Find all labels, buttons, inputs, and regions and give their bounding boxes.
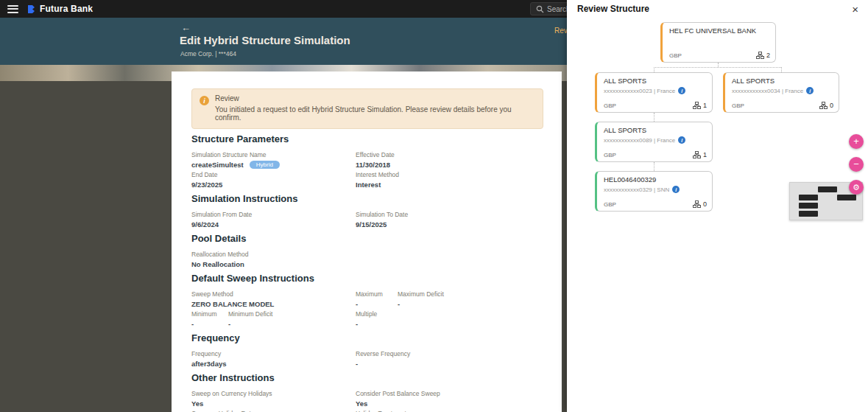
field-label: Sweep Method — [191, 290, 356, 298]
tree-connector — [654, 113, 654, 122]
review-alert: i Review You initiated a request to edit… — [191, 88, 543, 129]
field-row: Sweep Method ZERO BALANCE MODEL Maximum … — [191, 290, 543, 308]
children-count-text: 1 — [703, 102, 707, 109]
field-effective-date: Effective Date 11/30/2018 — [356, 151, 395, 169]
node-account-text: xxxxxxxxxxxx0023 | France — [604, 88, 675, 94]
field-value: - — [356, 360, 410, 368]
node-currency: GBP — [604, 201, 616, 208]
field-label: Simulation From Date — [191, 211, 356, 218]
field-row: End Date 9/23/2025 Interest Method Inter… — [191, 171, 543, 189]
field-label: Minimum Deficit — [228, 310, 356, 318]
field-label: Multiple — [356, 310, 377, 318]
field-value: Yes — [191, 399, 356, 408]
node-footer: GBP 1 — [604, 102, 707, 109]
field-maximum-deficit: Maximum Deficit - — [398, 290, 444, 308]
field-label: Minimum — [191, 310, 228, 318]
field-value: 11/30/2018 — [356, 161, 395, 169]
node-account-text: xxxxxxxxxxxx0329 | SNN — [604, 186, 669, 193]
field-simulation-from-date: Simulation From Date 9/6/2024 — [191, 211, 356, 228]
field-row: Sweep on Currency Holidays Yes Consider … — [191, 390, 543, 408]
node-name: HEL0046400329 — [604, 175, 707, 184]
menu-icon[interactable] — [7, 5, 18, 13]
children-count-text: 2 — [766, 52, 770, 59]
info-icon[interactable]: i — [678, 87, 685, 94]
info-icon[interactable]: i — [672, 186, 680, 193]
info-icon[interactable]: i — [678, 136, 685, 144]
minimap-node — [799, 203, 818, 209]
alert-info-icon: i — [200, 96, 209, 105]
field-simulation-to-date: Simulation To Date 9/15/2025 — [356, 211, 408, 228]
hierarchy-icon — [819, 102, 828, 109]
tree-node-root[interactable]: HEL FC UNIVERSAL BANK GBP 2 — [660, 22, 776, 63]
zoom-out-button[interactable]: − — [849, 157, 864, 172]
node-children-count: 0 — [819, 102, 833, 109]
brand-name: Futura Bank — [40, 4, 93, 14]
field-reverse-frequency: Reverse Frequency - — [356, 350, 410, 368]
futura-bank-logo-icon — [27, 4, 36, 14]
tree-node-all-sports-0034[interactable]: ALL SPORTS xxxxxxxxxxxx0034 | France i G… — [723, 72, 839, 113]
field-row: Simulation Structure Name createSimultes… — [191, 151, 543, 169]
field-simulation-structure-name: Simulation Structure Name createSimultes… — [191, 151, 356, 169]
node-children-count: 1 — [693, 102, 707, 109]
field-end-date: End Date 9/23/2025 — [191, 171, 356, 189]
hierarchy-icon — [756, 52, 764, 59]
field-value: ZERO BALANCE MODEL — [191, 300, 356, 308]
section-title-default-sweep-instructions: Default Sweep Instructions — [191, 273, 543, 284]
node-account-text: xxxxxxxxxxxx0089 | France — [604, 137, 675, 144]
field-row: Simulation From Date 9/6/2024 Simulation… — [191, 211, 543, 228]
tree-node-all-sports-0089[interactable]: ALL SPORTS xxxxxxxxxxxx0089 | France i G… — [595, 122, 713, 162]
node-currency: GBP — [732, 102, 744, 109]
field-label: Sweep on Currency Holidays — [191, 390, 356, 397]
field-value: - — [398, 300, 444, 308]
field-label: Frequency — [191, 350, 356, 357]
info-icon[interactable]: i — [806, 87, 814, 94]
hierarchy-icon — [693, 200, 701, 208]
node-account: xxxxxxxxxxxx0034 | France i — [732, 87, 833, 94]
children-count-text: 0 — [703, 200, 707, 208]
tree-node-hel0046400329[interactable]: HEL0046400329 xxxxxxxxxxxx0329 | SNN i G… — [595, 171, 713, 212]
tree-connector — [654, 162, 654, 171]
node-footer: GBP 0 — [732, 102, 833, 109]
field-frequency: Frequency after3days — [191, 350, 356, 368]
field-row: Frequency after3days Reverse Frequency - — [191, 350, 543, 368]
node-currency: GBP — [669, 52, 682, 59]
node-name: ALL SPORTS — [732, 77, 833, 85]
alert-message: You initiated a request to edit Hybrid S… — [215, 105, 535, 122]
field-minimum-deficit: Minimum Deficit - — [228, 310, 356, 328]
tree-connector — [654, 67, 781, 68]
node-name: ALL SPORTS — [604, 77, 707, 85]
tree-connector — [654, 67, 654, 72]
field-minimum: Minimum - — [191, 310, 228, 328]
field-value: - — [356, 320, 377, 328]
node-footer: GBP 1 — [604, 151, 707, 158]
section-title-structure-parameters: Structure Parameters — [191, 133, 543, 144]
field-sweep-method: Sweep Method ZERO BALANCE MODEL — [191, 290, 356, 308]
alert-title: Review — [215, 94, 535, 102]
review-structure-link[interactable]: Review Structure — [554, 27, 567, 35]
children-count-text: 0 — [830, 102, 833, 109]
settings-button[interactable]: ⚙ — [849, 180, 864, 195]
content-card: i Review You initiated a request to edit… — [172, 71, 562, 412]
node-account-text: xxxxxxxxxxxx0034 | France — [732, 88, 803, 94]
field-interest-method: Interest Method Interest — [356, 171, 399, 189]
minimap-node — [837, 195, 856, 200]
field-value: - — [356, 300, 398, 308]
field-reallocation-method: Reallocation Method No Reallocation — [191, 251, 356, 268]
page-title: Edit Hybrid Structure Simulation — [180, 34, 350, 46]
minimap-node — [799, 195, 818, 200]
zoom-in-button[interactable]: + — [849, 134, 864, 149]
field-label: Reverse Frequency — [356, 350, 410, 357]
field-label: Maximum — [356, 290, 398, 298]
brand-logo: Futura Bank — [27, 4, 93, 14]
field-value: after3days — [191, 360, 356, 368]
node-children-count: 2 — [756, 52, 770, 59]
tree-node-all-sports-0023[interactable]: ALL SPORTS xxxxxxxxxxxx0023 | France i G… — [595, 72, 713, 113]
back-icon[interactable]: ← — [181, 22, 191, 33]
field-row: Reallocation Method No Reallocation — [191, 251, 543, 268]
node-children-count: 0 — [693, 200, 707, 208]
field-value: createSimultestHybrid — [191, 161, 356, 169]
node-children-count: 1 — [693, 151, 707, 158]
field-label: Interest Method — [356, 171, 399, 178]
field-multiple: Multiple - — [356, 310, 377, 328]
node-account: xxxxxxxxxxxx0329 | SNN i — [604, 186, 707, 193]
